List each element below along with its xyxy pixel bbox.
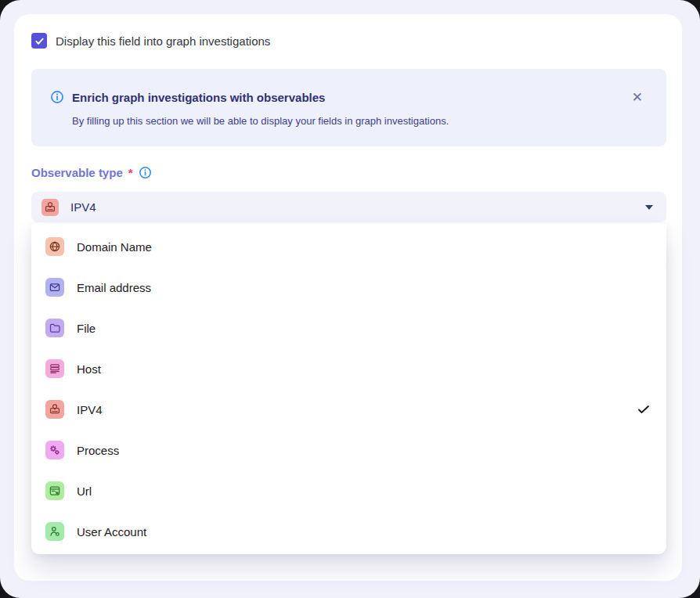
file-icon <box>45 319 64 337</box>
info-icon[interactable] <box>139 166 152 179</box>
banner-title: Enrich graph investigations with observa… <box>72 91 325 104</box>
checkmark-icon <box>34 36 45 46</box>
option-label: Domain Name <box>77 240 624 254</box>
banner-description: By filling up this section we will be ab… <box>72 115 648 127</box>
dropdown-option-host[interactable]: Host <box>31 348 666 389</box>
display-field-checkbox-label: Display this field into graph investigat… <box>56 34 270 48</box>
info-banner-header: Enrich graph investigations with observa… <box>50 90 648 104</box>
url-icon <box>45 481 64 500</box>
selected-value: IPV4 <box>70 200 633 214</box>
user-icon <box>45 522 64 541</box>
dropdown-option-domain[interactable]: Domain Name <box>31 226 666 267</box>
screen: Display this field into graph investigat… <box>0 0 700 598</box>
dropdown-option-email[interactable]: Email address <box>31 267 666 308</box>
field-settings-card: Display this field into graph investigat… <box>14 14 682 581</box>
option-label: IPV4 <box>77 403 624 416</box>
option-label: Host <box>77 362 624 376</box>
domain-icon <box>45 237 64 256</box>
process-icon <box>45 441 64 459</box>
option-label: Url <box>77 485 624 498</box>
dropdown-option-process[interactable]: Process <box>31 430 666 470</box>
chevron-down-icon <box>645 205 653 210</box>
host-icon <box>45 359 64 378</box>
email-icon <box>45 278 64 297</box>
ipv4-icon <box>41 199 59 216</box>
dropdown-option-url[interactable]: Url <box>31 470 666 511</box>
ipv4-icon <box>45 400 64 419</box>
required-asterisk: * <box>128 166 133 179</box>
selected-check-icon <box>637 402 651 416</box>
dropdown-option-file[interactable]: File <box>31 308 666 348</box>
observable-type-label-row: Observable type * <box>31 166 666 179</box>
option-label: File <box>77 322 624 335</box>
observable-type-label: Observable type <box>31 166 123 179</box>
observable-type-select[interactable]: IPV4 <box>31 192 666 222</box>
banner-close-button[interactable]: ✕ <box>630 89 644 106</box>
dropdown-option-user[interactable]: User Account <box>31 511 666 552</box>
observable-type-dropdown: Domain Name Email address File Host IPV4… <box>31 224 666 554</box>
dropdown-option-ipv4[interactable]: IPV4 <box>31 389 666 430</box>
display-field-checkbox[interactable] <box>31 33 47 49</box>
info-banner: Enrich graph investigations with observa… <box>31 69 666 146</box>
dropdown-options: Domain Name Email address File Host IPV4… <box>31 226 666 552</box>
option-label: Process <box>77 444 624 457</box>
option-label: Email address <box>77 281 624 294</box>
option-label: User Account <box>77 525 624 539</box>
display-field-checkbox-row: Display this field into graph investigat… <box>31 33 666 49</box>
info-icon <box>50 90 64 104</box>
